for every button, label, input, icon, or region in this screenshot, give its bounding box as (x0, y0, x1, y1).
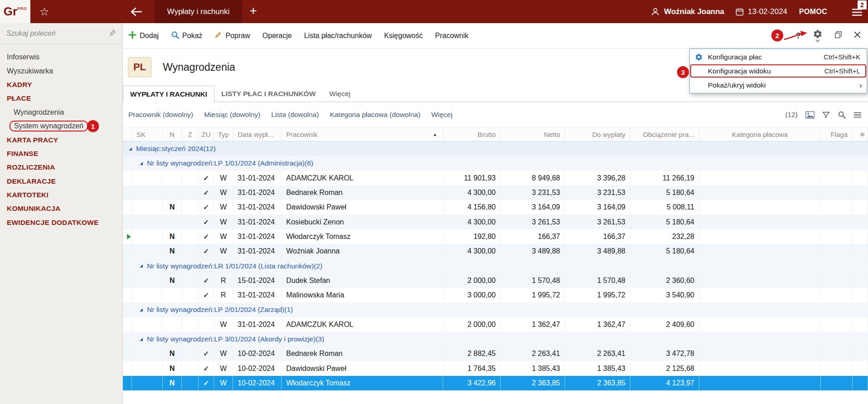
table-row[interactable]: N✓W31-01-2024Dawidowski Paweł4 156,803 1… (123, 200, 868, 214)
toolbar-pracownik[interactable]: Pracownik (435, 32, 468, 40)
sidebar-item-karta-pracy[interactable]: KARTA PRACY (0, 133, 122, 146)
table-row[interactable]: N✓W31-01-2024Włodarczyk Tomasz192,80166,… (123, 229, 868, 244)
filter-kategoria-placowa-dowolna[interactable]: Kategoria płacowa (dowolna) (330, 111, 420, 119)
list-options-icon[interactable] (853, 112, 862, 118)
cell-filler (853, 361, 868, 375)
collapse-triangle-icon[interactable] (129, 147, 132, 151)
column-header-netto[interactable]: Netto (501, 128, 565, 141)
list-group-row[interactable]: Nr listy wynagrodzeń: LP 2/01/2024 (Zarz… (123, 302, 868, 317)
column-header-pracownik[interactable]: Pracownik▲ (282, 128, 443, 141)
command-search-input[interactable]: Szukaj poleceń (0, 23, 122, 44)
column-header-zu[interactable]: ZU (199, 128, 214, 141)
column-header-n[interactable]: N (163, 128, 182, 141)
table-row[interactable]: N✓W10-02-2024Dawidowski Paweł1 764,351 3… (123, 361, 868, 375)
collapse-triangle-icon[interactable] (140, 162, 143, 165)
month-group-row[interactable]: Miesiąc: styczeń 2024 (12) (123, 141, 868, 156)
table-row[interactable]: N✓R15-01-2024Dudek Stefan2 000,001 570,4… (123, 273, 868, 288)
menu-item-konfiguracja-plac[interactable]: Konfiguracja płacCtrl+Shift+K (690, 50, 867, 64)
restore-window-icon[interactable] (834, 31, 842, 40)
sidebar-item-place[interactable]: PŁACE (0, 92, 122, 105)
toolbar-popraw[interactable]: Popraw (215, 31, 250, 40)
table-row[interactable]: ✓W31-01-2024Bednarek Roman4 300,003 231,… (123, 185, 868, 200)
column-header-obciazenie-pra[interactable]: Obciążenie pra... (630, 128, 699, 141)
cell-obciazenie: 2 360,60 (630, 273, 699, 288)
settings-gear-button[interactable] (813, 29, 823, 42)
toolbar-lista-plac-rachunkow[interactable]: Lista płac/rachunków (304, 32, 371, 40)
column-header-flaga[interactable]: Flaga (821, 128, 853, 141)
toolbar-pokaz[interactable]: Pokaż (171, 31, 202, 41)
row-marker-cell (123, 273, 132, 288)
sidebar-item-rozliczenia[interactable]: ROZLICZENIA (0, 161, 122, 174)
back-arrow-icon[interactable] (129, 6, 143, 18)
favorites-star-icon[interactable]: ☆ (39, 6, 49, 17)
sidebar-item-kadry[interactable]: KADRY (0, 78, 122, 92)
column-header-data-wypl[interactable]: Data wypł... (233, 128, 282, 141)
collapse-triangle-icon[interactable] (140, 308, 143, 312)
cell-typ: W (214, 229, 233, 244)
notification-badge[interactable]: 2 (858, 0, 867, 10)
filter-pracownik-dowolny[interactable]: Pracownik (dowolny) (128, 111, 193, 119)
group-cell: Miesiąc: styczeń 2024 (12) (123, 141, 868, 156)
list-group-row[interactable]: Nr listy wynagrodzeń: LR 1/01/2024 (List… (123, 258, 868, 273)
toolbar-dodaj[interactable]: Dodaj (128, 31, 159, 41)
search-icon[interactable] (838, 111, 846, 119)
current-user[interactable]: Woźniak Joanna (664, 7, 724, 16)
cell-flaga (821, 171, 853, 185)
list-group-row[interactable]: Nr listy wynagrodzeń: LP 3/01/2024 (Akor… (123, 332, 868, 346)
table-row[interactable]: N✓W31-01-2024Woźniak Joanna4 300,003 489… (123, 244, 868, 258)
column-chooser-cell[interactable] (853, 128, 868, 141)
filter-miesiac-dowolny[interactable]: Miesiąc (dowolny) (204, 111, 260, 119)
sidebar-item-infoserwis[interactable]: Infoserwis (0, 50, 122, 64)
sidebar-item-system-wynagrodzen[interactable]: System wynagrodzeń1 (0, 119, 122, 133)
new-tab-button[interactable]: + (249, 5, 257, 17)
sidebar-item-wynagrodzenia[interactable]: Wynagrodzenia (0, 106, 122, 119)
sidebar-item-wyszukiwarka[interactable]: Wyszukiwarka (0, 64, 122, 78)
column-header-typ[interactable]: Typ (214, 128, 233, 141)
sidebar-item-deklaracje[interactable]: DEKLARACJE (0, 175, 122, 188)
list-group-row[interactable]: Nr listy wynagrodzeń: LP 1/01/2024 (Admi… (123, 156, 868, 170)
current-date[interactable]: 13-02-2024 (748, 7, 787, 16)
filter-funnel-icon[interactable] (822, 111, 830, 119)
tab-listy-plac-i-rachunkow[interactable]: LISTY PŁAC I RACHUNKÓW (215, 86, 322, 102)
menu-item-konfiguracja-widoku[interactable]: Konfiguracja widokuCtrl+Shift+L (690, 64, 867, 78)
column-chooser-icon[interactable] (860, 132, 865, 137)
filter-wiecej[interactable]: Więcej (431, 111, 453, 119)
row-marker-cell (123, 171, 132, 185)
collapse-triangle-icon[interactable] (140, 264, 143, 268)
table-row[interactable]: ✓R31-01-2024Malinowska Maria3 000,001 99… (123, 288, 868, 302)
column-header-do-wyplaty[interactable]: Do wypłaty (565, 128, 630, 141)
table-row[interactable]: N✓W10-02-2024Bednarek Roman2 882,452 263… (123, 346, 868, 361)
table-row[interactable]: ✓W31-01-2024ADAMCZUK KAROL11 901,938 949… (123, 171, 868, 185)
window-tab[interactable]: Wypłaty i rachunki (155, 0, 243, 23)
row-marker-cell (123, 288, 132, 302)
cell-pracownik: Włodarczyk Tomasz (282, 229, 443, 244)
table-row[interactable]: ✓W31-01-2024Kosiebucki Zenon4 300,003 26… (123, 214, 868, 229)
close-icon[interactable] (854, 31, 861, 40)
table-row[interactable]: W31-01-2024ADAMCZUK KAROL2 000,001 362,4… (123, 317, 868, 332)
cell-kategoria-placowa (699, 346, 821, 361)
column-header-z[interactable]: Z (182, 128, 199, 141)
check-icon: ✓ (203, 189, 209, 197)
sidebar-item-finanse[interactable]: FINANSE (0, 147, 122, 161)
collapse-triangle-icon[interactable] (140, 338, 143, 341)
table-row[interactable]: N✓W10-02-2024Włodarczyk Tomasz3 422,962 … (123, 376, 868, 390)
tab-wiecej[interactable]: Więcej (322, 86, 357, 102)
column-header-brutto[interactable]: Brutto (443, 128, 501, 141)
menu-item-pokaz-ukryj-widoki[interactable]: Pokaż/ukryj widoki› (690, 78, 867, 92)
cell-obciazenie: 232,28 (630, 229, 699, 244)
app-logo[interactable]: GrPRO (0, 0, 30, 23)
pin-icon[interactable] (108, 29, 116, 39)
image-view-icon[interactable] (805, 111, 814, 119)
toolbar-ksiegowosc[interactable]: Księgowość (384, 32, 423, 40)
column-header-kategoria-placowa[interactable]: Kategoria płacowa (699, 128, 821, 141)
cell-do-wyplaty: 3 231,53 (565, 185, 630, 200)
toolbar-operacje[interactable]: Operacje (263, 32, 292, 40)
sidebar-item-komunikacja[interactable]: KOMUNIKACJA (0, 202, 122, 215)
plus-icon (128, 31, 137, 41)
sidebar-item-kartoteki[interactable]: KARTOTEKI (0, 188, 122, 202)
help-link[interactable]: POMOC (799, 8, 827, 16)
column-header-sk[interactable]: SK (132, 128, 163, 141)
tab-wyplaty-i-rachunki[interactable]: WYPŁATY I RACHUNKI (123, 86, 215, 102)
filter-lista-dowolna[interactable]: Lista (dowolna) (271, 111, 319, 119)
sidebar-item-ewidencje-dodatkowe[interactable]: EWIDENCJE DODATKOWE (0, 216, 122, 229)
